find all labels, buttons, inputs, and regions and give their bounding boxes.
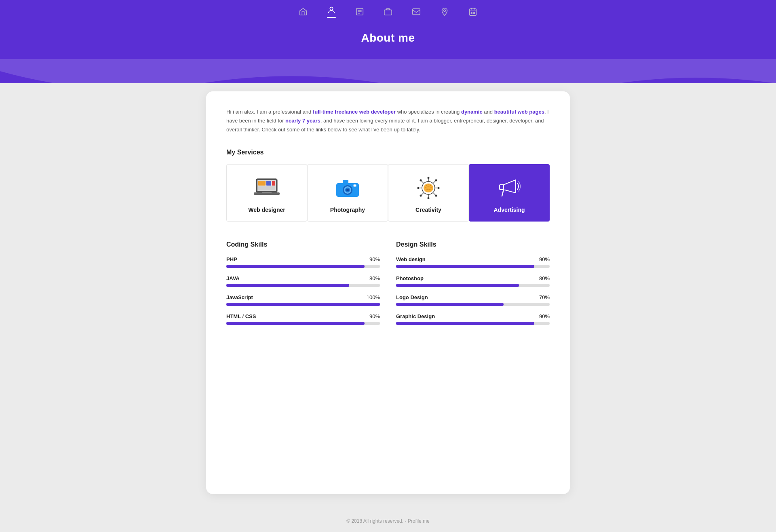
content-wrapper: Hi i am alex. I am a professional and fu… <box>0 83 776 510</box>
bio-highlight-beautiful: beautiful web pages <box>494 109 544 115</box>
svg-line-33 <box>433 193 436 195</box>
main-card: Hi i am alex. I am a professional and fu… <box>206 91 570 494</box>
svg-rect-12 <box>272 181 275 186</box>
nav-calendar[interactable] <box>468 7 477 16</box>
svg-point-4 <box>444 10 446 12</box>
service-photography[interactable]: Photography <box>307 164 388 222</box>
skill-photoshop-pct: 80% <box>539 275 550 281</box>
skill-htmlcss-bar-bg <box>226 322 380 325</box>
nav-contact[interactable] <box>412 7 421 16</box>
skill-java-bar-bg <box>226 284 380 287</box>
skill-graphic-pct: 90% <box>539 313 550 319</box>
skill-htmlcss-pct: 90% <box>369 313 380 319</box>
creativity-icon <box>414 176 443 200</box>
skill-java-name: JAVA <box>226 275 240 281</box>
header: About me <box>0 0 776 59</box>
service-advertising[interactable]: Advertising <box>469 164 550 222</box>
service-creativity-label: Creativity <box>415 207 441 213</box>
svg-point-40 <box>420 195 422 197</box>
services-title: My Services <box>226 149 550 156</box>
svg-rect-7 <box>474 13 475 14</box>
nav-portfolio[interactable] <box>384 7 392 16</box>
svg-rect-10 <box>258 181 266 186</box>
coding-skills: Coding Skills PHP 90% JAVA 80% <box>226 241 380 332</box>
skill-html-css: HTML / CSS 90% <box>226 313 380 325</box>
skill-webdesign: Web design 90% <box>396 256 550 268</box>
service-advertising-label: Advertising <box>493 207 525 213</box>
service-web-designer[interactable]: Web designer <box>226 164 307 222</box>
web-designer-icon <box>253 176 281 200</box>
skill-logo-bar-bg <box>396 303 550 306</box>
skill-php: PHP 90% <box>226 256 380 268</box>
skill-graphic-name: Graphic Design <box>396 313 435 319</box>
skill-java-bar-fill <box>226 284 349 287</box>
svg-line-31 <box>433 181 436 183</box>
skill-graphic-bar-bg <box>396 322 550 325</box>
skill-webdesign-bar-fill <box>396 265 534 268</box>
svg-line-43 <box>502 190 504 196</box>
skill-php-bar-bg <box>226 265 380 268</box>
services-grid: Web designer Ph <box>226 164 550 222</box>
svg-rect-3 <box>413 9 420 15</box>
svg-point-39 <box>435 179 437 182</box>
svg-rect-15 <box>262 192 272 193</box>
skill-photoshop: Photoshop 80% <box>396 275 550 287</box>
nav-home[interactable] <box>299 7 308 16</box>
skill-webdesign-pct: 90% <box>539 256 550 262</box>
skill-javascript-bar-bg <box>226 303 380 306</box>
svg-rect-11 <box>266 181 271 186</box>
svg-point-37 <box>438 187 440 189</box>
skill-javascript: JavaScript 100% <box>226 294 380 306</box>
skill-webdesign-name: Web design <box>396 256 426 262</box>
svg-rect-13 <box>258 186 275 190</box>
design-skills-title: Design Skills <box>396 241 550 248</box>
svg-point-34 <box>428 177 430 179</box>
skill-photoshop-bar-fill <box>396 284 519 287</box>
skill-php-bar-fill <box>226 265 365 268</box>
skill-javascript-name: JavaScript <box>226 294 253 300</box>
nav-about[interactable] <box>327 6 336 18</box>
skills-section: Coding Skills PHP 90% JAVA 80% <box>226 241 550 332</box>
skill-webdesign-bar-bg <box>396 265 550 268</box>
service-photography-label: Photography <box>330 207 365 213</box>
skill-logo-name: Logo Design <box>396 294 428 300</box>
skill-graphic-design: Graphic Design 90% <box>396 313 550 325</box>
design-skills: Design Skills Web design 90% Photoshop 8… <box>396 241 550 332</box>
svg-point-0 <box>330 7 333 10</box>
coding-skills-title: Coding Skills <box>226 241 380 248</box>
skill-logo-pct: 70% <box>539 294 550 300</box>
service-creativity[interactable]: Creativity <box>388 164 469 222</box>
svg-line-30 <box>421 181 424 183</box>
svg-rect-42 <box>500 185 504 190</box>
nav-location[interactable] <box>440 7 449 16</box>
svg-point-20 <box>346 189 349 191</box>
svg-point-38 <box>420 179 422 182</box>
footer: © 2018 All rights reserved. - Profile.me <box>0 510 776 532</box>
svg-rect-5 <box>470 9 477 15</box>
svg-point-23 <box>354 185 356 187</box>
skill-php-name: PHP <box>226 256 237 262</box>
skill-photoshop-bar-bg <box>396 284 550 287</box>
skill-graphic-bar-fill <box>396 322 534 325</box>
skill-photoshop-name: Photoshop <box>396 275 424 281</box>
service-web-designer-label: Web designer <box>248 207 285 213</box>
photography-icon <box>333 176 362 200</box>
skill-logo-design: Logo Design 70% <box>396 294 550 306</box>
svg-point-36 <box>418 187 420 189</box>
skill-javascript-pct: 100% <box>367 294 380 300</box>
footer-text: © 2018 All rights reserved. - Profile.me <box>346 518 430 524</box>
svg-rect-2 <box>384 10 392 15</box>
skill-java: JAVA 80% <box>226 275 380 287</box>
page-title: About me <box>361 32 415 44</box>
svg-point-41 <box>435 195 437 197</box>
skill-php-pct: 90% <box>369 256 380 262</box>
nav-blog[interactable] <box>355 7 364 16</box>
bio-highlight-freelance: freelance web developer <box>335 109 396 115</box>
bio-text: Hi i am alex. I am a professional and fu… <box>226 108 550 134</box>
bio-highlight-years: nearly 7 years <box>285 118 321 124</box>
skill-javascript-bar-fill <box>226 303 380 306</box>
svg-line-32 <box>421 193 424 195</box>
bio-highlight-fulltime: full-time <box>313 109 333 115</box>
skill-htmlcss-name: HTML / CSS <box>226 313 256 319</box>
advertising-icon <box>495 176 523 200</box>
